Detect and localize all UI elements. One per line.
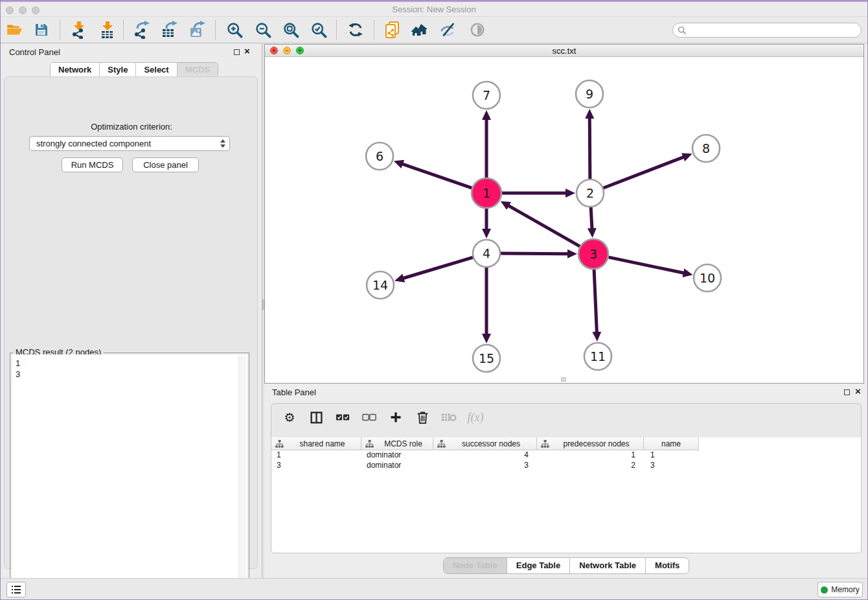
add-row-icon[interactable] xyxy=(388,410,404,425)
tab-network-table[interactable]: Network Table xyxy=(570,558,646,573)
export-image-icon[interactable] xyxy=(186,19,209,41)
show-columns-icon[interactable] xyxy=(308,410,324,425)
toolbar-separator xyxy=(60,20,60,40)
open-session-icon[interactable] xyxy=(3,19,26,41)
import-network-icon[interactable] xyxy=(67,19,91,41)
hierarchy-icon xyxy=(541,440,549,448)
task-history-button[interactable] xyxy=(6,582,26,597)
graph-edge-3-10[interactable] xyxy=(606,257,685,273)
memory-button[interactable]: Memory xyxy=(817,582,863,597)
network-resize-grip[interactable] xyxy=(561,377,566,382)
select-all-checkboxes-icon[interactable] xyxy=(335,410,350,425)
graph-edge-3-1[interactable] xyxy=(507,205,582,248)
main-toolbar xyxy=(0,17,868,43)
titlebar: Session: New Session xyxy=(0,2,868,17)
graph-edge-1-6[interactable] xyxy=(401,163,474,189)
tab-network[interactable]: Network xyxy=(51,63,100,77)
import-table-icon[interactable] xyxy=(96,19,119,41)
column-header-successor-nodes[interactable]: successor nodes xyxy=(433,437,537,450)
graph-edge-2-3[interactable] xyxy=(591,205,592,230)
search-box[interactable] xyxy=(672,23,862,38)
result-line: 1 xyxy=(16,358,247,369)
cell-predecessor-nodes[interactable]: 1 xyxy=(537,450,644,461)
column-header-mcds-role[interactable]: MCDS role xyxy=(361,437,433,450)
status-bar: Memory xyxy=(0,578,868,600)
graph-edge-4-3[interactable] xyxy=(498,253,569,254)
refresh-view-icon[interactable] xyxy=(344,19,367,41)
export-network-icon[interactable] xyxy=(130,19,154,41)
graph-node-label-2: 2 xyxy=(586,186,594,200)
column-header-predecessor-nodes[interactable]: predecessor nodes xyxy=(537,437,644,450)
cell-mcds-role[interactable]: dominator xyxy=(361,450,433,461)
tab-node-table[interactable]: Node Table xyxy=(444,558,507,573)
home-icon[interactable] xyxy=(409,19,432,41)
control-panel: Control Panel × Network Style Select MCD… xyxy=(0,43,262,578)
cell-successor-nodes[interactable]: 4 xyxy=(433,450,537,461)
tab-style[interactable]: Style xyxy=(100,63,136,77)
result-scrollbar[interactable] xyxy=(238,356,246,594)
tab-mcds[interactable]: MCDS xyxy=(177,63,218,77)
table-row[interactable]: 3 dominator 3 2 3 xyxy=(271,461,861,471)
hierarchy-icon xyxy=(275,440,284,448)
search-icon xyxy=(678,26,687,35)
memory-label: Memory xyxy=(831,585,859,594)
graph-node-label-1: 1 xyxy=(483,186,490,200)
graph-node-label-14: 14 xyxy=(372,278,388,292)
toolbar-separator xyxy=(215,20,216,40)
column-header-name[interactable]: name xyxy=(644,437,699,450)
criterion-value: strongly connected component xyxy=(36,139,220,148)
hide-selected-eye-slash-icon[interactable] xyxy=(437,19,460,41)
result-line: 3 xyxy=(16,369,247,380)
cell-shared-name[interactable]: 1 xyxy=(271,450,361,461)
hierarchy-icon xyxy=(365,440,374,448)
session-title: Session: New Session xyxy=(0,5,868,14)
graph-edge-2-9[interactable] xyxy=(589,117,590,181)
tab-edge-table[interactable]: Edge Table xyxy=(507,558,570,573)
delete-table-icon[interactable] xyxy=(441,410,457,425)
node-table-card: ⚙ f(x) xyxy=(271,403,862,553)
control-panel-title: Control Panel xyxy=(9,47,60,57)
float-table-panel-icon[interactable] xyxy=(844,389,850,395)
save-session-icon[interactable] xyxy=(30,19,53,41)
tab-motifs[interactable]: Motifs xyxy=(646,558,689,573)
cell-predecessor-nodes[interactable]: 2 xyxy=(537,461,644,471)
search-input[interactable] xyxy=(689,26,861,35)
tab-select[interactable]: Select xyxy=(136,63,177,77)
mcds-result-text[interactable]: 1 3 xyxy=(12,354,247,595)
function-builder-icon[interactable]: f(x) xyxy=(468,410,483,425)
close-table-panel-icon[interactable]: × xyxy=(855,386,861,397)
graph-edge-4-14[interactable] xyxy=(402,257,475,279)
zoom-in-icon[interactable] xyxy=(223,19,246,41)
zoom-fit-icon[interactable] xyxy=(279,19,303,41)
close-panel-icon[interactable]: × xyxy=(244,45,250,56)
table-panel-title: Table Panel xyxy=(272,387,316,397)
graph-node-label-10: 10 xyxy=(700,271,715,285)
list-icon xyxy=(11,585,21,594)
close-panel-button[interactable]: Close panel xyxy=(132,157,199,172)
graph-node-label-3: 3 xyxy=(589,247,597,261)
graph-edge-3-11[interactable] xyxy=(594,267,597,334)
cell-shared-name[interactable]: 3 xyxy=(271,461,361,471)
run-mcds-button[interactable]: Run MCDS xyxy=(62,157,123,172)
column-header-shared-name[interactable]: shared name xyxy=(271,437,361,450)
float-panel-icon[interactable] xyxy=(234,49,240,55)
network-window-titlebar[interactable]: × − + scc.txt xyxy=(265,45,863,57)
zoom-out-icon[interactable] xyxy=(251,19,275,41)
table-options-gear-icon[interactable]: ⚙ xyxy=(282,410,297,425)
graph-node-label-4: 4 xyxy=(483,246,490,260)
criterion-dropdown[interactable]: strongly connected component xyxy=(29,136,230,151)
deselect-all-checkboxes-icon[interactable] xyxy=(361,410,377,425)
show-hidden-eye-icon[interactable] xyxy=(466,19,489,41)
open-network-file-icon[interactable] xyxy=(381,19,404,41)
table-row[interactable]: 1 dominator 4 1 1 xyxy=(271,450,861,461)
graph-edge-2-8[interactable] xyxy=(601,157,685,189)
cell-name[interactable]: 1 xyxy=(644,450,699,461)
export-table-icon[interactable] xyxy=(158,19,181,41)
zoom-selected-icon[interactable] xyxy=(307,19,330,41)
network-canvas[interactable]: 7968124314101511 xyxy=(265,57,863,383)
delete-row-trash-icon[interactable] xyxy=(415,410,430,425)
graph-node-label-7: 7 xyxy=(483,88,490,102)
cell-mcds-role[interactable]: dominator xyxy=(361,461,433,471)
cell-successor-nodes[interactable]: 3 xyxy=(433,461,537,471)
cell-name[interactable]: 3 xyxy=(644,461,699,471)
